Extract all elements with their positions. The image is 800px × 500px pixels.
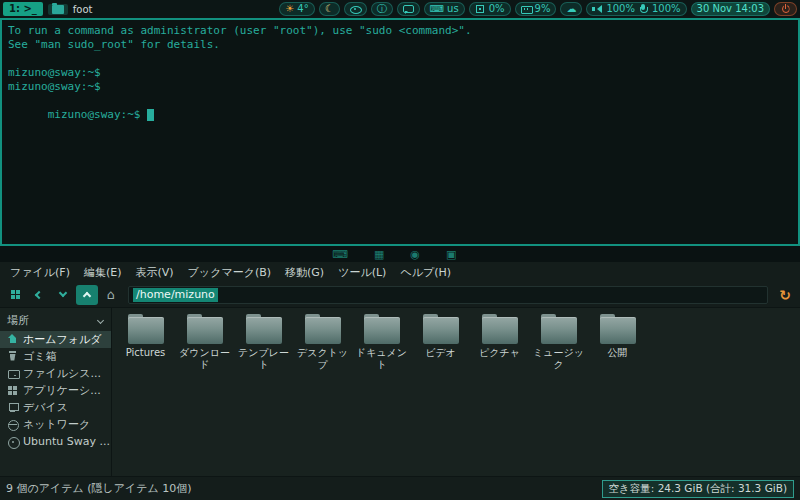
menu-go[interactable]: 移動(G) bbox=[278, 263, 331, 282]
places-header-label: 場所 bbox=[7, 313, 29, 328]
folder-label: ピクチャ bbox=[479, 347, 520, 359]
wallpaper-square-icon: ▣ bbox=[446, 249, 456, 260]
places-header[interactable]: 場所 bbox=[0, 310, 111, 331]
folder-item-videos[interactable]: ビデオ bbox=[412, 314, 469, 371]
network-module[interactable]: ☁ bbox=[560, 2, 582, 16]
folder-item-templates[interactable]: テンプレート bbox=[235, 314, 292, 371]
sidebar-item-devices[interactable]: デバイス bbox=[0, 399, 111, 416]
sidebar-item-label: ホームフォルダ bbox=[23, 332, 102, 347]
disk-icon bbox=[7, 436, 18, 447]
sidebar-item-label: アプリケーシ... bbox=[23, 383, 101, 398]
folder-label: ダウンロード bbox=[176, 347, 233, 371]
sidebar-item-network[interactable]: ネットワーク bbox=[0, 416, 111, 433]
desktop: 1: >_ foot ☀ 4° ☾ ⓘ ⌨ us bbox=[0, 0, 800, 500]
sidebar-item-label: ネットワーク bbox=[23, 417, 90, 432]
chevron-up-icon bbox=[83, 292, 91, 300]
folder-icon bbox=[52, 5, 64, 14]
workspace-button[interactable]: 1: >_ bbox=[3, 2, 43, 16]
power-button[interactable] bbox=[774, 2, 797, 16]
moon-icon: ☾ bbox=[325, 4, 334, 14]
folder-label: Pictures bbox=[126, 347, 166, 359]
chevron-left-icon bbox=[35, 290, 43, 298]
back-button[interactable] bbox=[28, 285, 50, 305]
memory-icon bbox=[521, 4, 532, 15]
folder-item-downloads[interactable]: ダウンロード bbox=[176, 314, 233, 371]
terminal-line: See "man sudo_root" for details. bbox=[8, 38, 792, 52]
folder-icon bbox=[539, 314, 579, 344]
folder-icon bbox=[126, 314, 166, 344]
folder-icon bbox=[303, 314, 343, 344]
filesystem-icon bbox=[7, 368, 18, 379]
chevron-down-icon bbox=[97, 317, 104, 324]
folder-label: ミュージック bbox=[530, 347, 587, 371]
trash-icon bbox=[7, 351, 18, 362]
volume-module[interactable]: 100% 100% bbox=[586, 2, 686, 16]
idle-inhibitor-module[interactable] bbox=[344, 2, 367, 16]
grid-icon bbox=[11, 290, 20, 299]
keyboard-icon: ⌨ bbox=[430, 4, 444, 14]
folder-item-music[interactable]: ミュージック bbox=[530, 314, 587, 371]
sidebar-item-filesystem[interactable]: ファイルシス... bbox=[0, 365, 111, 382]
taskbar-filemanager-button[interactable] bbox=[48, 4, 68, 15]
notifications-module[interactable] bbox=[397, 2, 420, 16]
folder-item-desktop[interactable]: デスクトップ bbox=[294, 314, 351, 371]
refresh-icon: ↻ bbox=[779, 287, 791, 303]
folder-item-documents[interactable]: ドキュメント bbox=[353, 314, 410, 371]
microphone-label: 100% bbox=[652, 3, 681, 15]
wallpaper-grid-icon: ▦ bbox=[374, 249, 384, 260]
top-bar: 1: >_ foot ☀ 4° ☾ ⓘ ⌨ us bbox=[0, 0, 800, 18]
folder-item-pictures-jp[interactable]: ピクチャ bbox=[471, 314, 528, 371]
folder-view[interactable]: Pictures ダウンロード テンプレート デスクトップ ドキュメント bbox=[112, 308, 800, 476]
topbar-modules: ☀ 4° ☾ ⓘ ⌨ us 0% bbox=[279, 2, 797, 16]
home-icon bbox=[7, 334, 18, 345]
menu-view[interactable]: 表示(V) bbox=[129, 263, 181, 282]
night-mode-module[interactable]: ☾ bbox=[319, 2, 340, 16]
history-button[interactable] bbox=[52, 285, 74, 305]
weather-module[interactable]: ☀ 4° bbox=[279, 2, 314, 16]
file-manager-statusbar: 9 個のアイテム (隠しアイテム 10個) 空き容量: 24.3 GiB (合計… bbox=[0, 476, 800, 500]
info-module[interactable]: ⓘ bbox=[371, 2, 393, 16]
free-space-text: 空き容量: 24.3 GiB (合計: 31.3 GiB) bbox=[602, 480, 794, 498]
terminal-window[interactable]: To run a command as administrator (user … bbox=[0, 18, 800, 246]
sidebar-item-applications[interactable]: アプリケーシ... bbox=[0, 382, 111, 399]
info-icon: ⓘ bbox=[377, 4, 387, 14]
cpu-module[interactable]: 0% bbox=[469, 2, 511, 16]
home-button[interactable]: ⌂ bbox=[100, 285, 122, 305]
folder-label: テンプレート bbox=[235, 347, 292, 371]
path-bar[interactable]: /home/mizuno bbox=[128, 286, 768, 304]
clock-module[interactable]: 30 Nov 14:03 bbox=[691, 2, 770, 16]
network-icon bbox=[7, 419, 18, 430]
sidebar-item-trash[interactable]: ゴミ箱 bbox=[0, 348, 111, 365]
view-toggle-button[interactable] bbox=[4, 285, 26, 305]
folder-item-public[interactable]: 公開 bbox=[589, 314, 646, 371]
items-count-text: 9 個のアイテム (隠しアイテム 10個) bbox=[6, 481, 192, 496]
folder-item-pictures[interactable]: Pictures bbox=[117, 314, 174, 371]
cpu-icon bbox=[475, 4, 486, 15]
desktop-wallpaper-strip: ⌨ ▦ ◉ ▣ bbox=[0, 246, 800, 262]
file-manager-toolbar: ⌂ /home/mizuno ↻ bbox=[0, 282, 800, 308]
wallpaper-circle-icon: ◉ bbox=[410, 249, 420, 260]
menu-edit[interactable]: 編集(E) bbox=[77, 263, 129, 282]
keyboard-layout-module[interactable]: ⌨ us bbox=[424, 2, 465, 16]
refresh-button[interactable]: ↻ bbox=[774, 285, 796, 305]
speaker-icon bbox=[592, 4, 603, 15]
folder-label: デスクトップ bbox=[294, 347, 351, 371]
file-manager-menubar: ファイル(F) 編集(E) 表示(V) ブックマーク(B) 移動(G) ツール(… bbox=[0, 262, 800, 282]
menu-tools[interactable]: ツール(L) bbox=[331, 263, 393, 282]
clock-label: 30 Nov 14:03 bbox=[697, 3, 764, 15]
path-text: /home/mizuno bbox=[133, 288, 218, 302]
folder-icon bbox=[598, 314, 638, 344]
menu-help[interactable]: ヘルプ(H) bbox=[393, 263, 458, 282]
sidebar-item-home[interactable]: ホームフォルダ bbox=[0, 331, 111, 348]
menu-bookmarks[interactable]: ブックマーク(B) bbox=[181, 263, 278, 282]
places-sidebar: 場所 ホームフォルダ ゴミ箱 ファイルシス... アプリケーシ.. bbox=[0, 308, 112, 476]
menu-file[interactable]: ファイル(F) bbox=[3, 263, 77, 282]
folder-icon bbox=[362, 314, 402, 344]
sidebar-item-ubuntu-sway[interactable]: Ubuntu Sway ... bbox=[0, 433, 111, 450]
file-manager-body: 場所 ホームフォルダ ゴミ箱 ファイルシス... アプリケーシ.. bbox=[0, 308, 800, 476]
terminal-prompt: mizuno@sway:~$ bbox=[8, 80, 792, 94]
memory-module[interactable]: 9% bbox=[515, 2, 557, 16]
terminal-prompt-active: mizuno@sway:~$ bbox=[8, 94, 792, 136]
up-button[interactable] bbox=[76, 285, 98, 305]
applications-icon bbox=[7, 385, 18, 396]
